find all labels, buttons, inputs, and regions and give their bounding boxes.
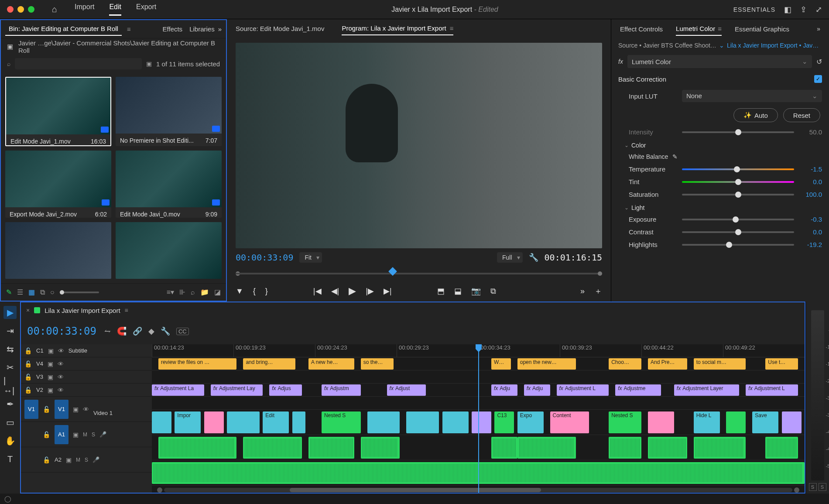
track-label-a2[interactable]: A2 xyxy=(55,456,62,463)
timeline-settings-icon[interactable]: 🔧 xyxy=(161,326,170,336)
color-subsection[interactable]: ⌄Color xyxy=(611,138,829,151)
video-clip[interactable]: Expo xyxy=(517,411,544,433)
panel-tabs-overflow-icon[interactable]: » xyxy=(218,25,222,33)
sync-lock-icon[interactable]: ▣ xyxy=(48,387,53,394)
tab-lumetri-color[interactable]: Lumetri Color≡ xyxy=(676,22,722,36)
video-clip[interactable]: Save xyxy=(752,411,778,433)
reset-button[interactable]: Reset xyxy=(783,108,820,122)
rectangle-tool-icon[interactable]: ▭ xyxy=(3,416,17,429)
scrub-end-dot[interactable] xyxy=(598,271,602,276)
input-lut-dropdown[interactable]: None⌄ xyxy=(682,90,822,102)
track-label-c1[interactable]: C1 xyxy=(36,347,44,354)
source-monitor-tab[interactable]: Source: Edit Mode Javi_1.mov xyxy=(236,22,324,35)
panel-tab-effects[interactable]: Effects xyxy=(159,23,186,35)
lock-icon[interactable]: 🔓 xyxy=(24,347,32,354)
workspace-tab-import[interactable]: Import xyxy=(75,3,94,16)
exposure-slider[interactable] xyxy=(682,219,794,220)
track-label-v3[interactable]: V3 xyxy=(36,374,43,380)
tint-value[interactable]: 0.0 xyxy=(799,178,822,185)
lock-icon[interactable]: 🔓 xyxy=(24,360,32,367)
solo-toggle[interactable]: S xyxy=(85,457,88,463)
clip-thumbnail[interactable] xyxy=(116,222,222,279)
step-back-icon[interactable]: ◀| xyxy=(331,286,339,296)
video-clip[interactable] xyxy=(442,411,469,433)
sync-lock-icon[interactable]: ▣ xyxy=(48,360,53,367)
transport-overflow-icon[interactable]: » xyxy=(580,287,585,296)
track-visibility-icon[interactable]: 👁 xyxy=(58,374,64,381)
clip-thumbnail[interactable] xyxy=(5,222,111,279)
workspace-label[interactable]: ESSENTIALS xyxy=(733,6,775,13)
saturation-slider[interactable] xyxy=(682,194,794,195)
home-icon[interactable]: ⌂ xyxy=(52,4,57,14)
lock-icon[interactable]: 🔓 xyxy=(43,431,50,438)
step-forward-icon[interactable]: |▶ xyxy=(366,286,374,296)
track-target-a1[interactable]: A1 xyxy=(55,425,69,444)
tint-slider[interactable] xyxy=(682,181,794,183)
tab-effect-controls[interactable]: Effect Controls xyxy=(620,23,663,35)
saturation-value[interactable]: 100.0 xyxy=(799,191,822,198)
caption-clip[interactable]: Choo… xyxy=(609,358,641,370)
adjustment-clip[interactable]: fxAdjust xyxy=(387,384,426,396)
adjustment-clip[interactable]: fxAdjustme xyxy=(615,384,661,396)
audio-clip[interactable] xyxy=(765,437,798,459)
mark-in-icon[interactable]: { xyxy=(253,287,256,296)
track-visibility-icon[interactable]: 👁 xyxy=(58,360,64,367)
nested-clip[interactable]: Nested S xyxy=(609,411,641,433)
highlights-slider[interactable] xyxy=(682,244,794,246)
program-tc-in[interactable]: 00:00:33:09 xyxy=(236,252,293,263)
workspace-layout-icon[interactable]: ◧ xyxy=(784,5,791,14)
lift-icon[interactable]: ⬒ xyxy=(437,286,445,296)
exposure-value[interactable]: -0.3 xyxy=(799,216,822,223)
caption-clip[interactable]: review the files on … xyxy=(158,358,237,370)
caption-clip[interactable]: open the new… xyxy=(517,358,576,370)
video-clip[interactable]: Content xyxy=(550,411,589,433)
linked-selection-icon[interactable]: 🔗 xyxy=(133,326,142,336)
video-clip[interactable] xyxy=(204,411,224,433)
lumetri-sequence-link[interactable]: Lila x Javier Import Export • Jav… xyxy=(727,42,819,49)
meter-solo-left[interactable]: S xyxy=(809,483,817,491)
caption-clip[interactable]: so the… xyxy=(361,358,394,370)
tab-essential-graphics[interactable]: Essential Graphics xyxy=(735,23,789,35)
lock-icon[interactable]: 🔓 xyxy=(43,456,50,463)
track-visibility-icon[interactable]: 👁 xyxy=(58,387,64,394)
track-visibility-icon[interactable]: 👁 xyxy=(83,406,89,413)
bin-back-icon[interactable]: ▣ xyxy=(7,43,13,51)
section-basic-correction[interactable]: Basic Correction xyxy=(618,75,666,83)
video-clip[interactable] xyxy=(367,411,400,433)
sort-icon[interactable]: ≡▾ xyxy=(167,288,174,296)
program-video-frame[interactable] xyxy=(236,43,602,248)
video-clip[interactable] xyxy=(292,411,305,433)
video-clip[interactable] xyxy=(648,411,674,433)
audio-clip[interactable] xyxy=(308,437,354,459)
timeline-playhead[interactable] xyxy=(478,344,479,493)
project-search-input[interactable] xyxy=(15,58,142,69)
hand-tool-icon[interactable]: ✋ xyxy=(3,434,17,447)
extract-icon[interactable]: ⬓ xyxy=(454,286,462,296)
reset-effect-icon[interactable]: ↺ xyxy=(816,58,822,66)
zoom-dropdown[interactable]: Full xyxy=(497,252,523,263)
caption-clip[interactable]: Use t… xyxy=(765,358,798,370)
program-monitor-tab[interactable]: Program: Lila x Javier Import Export≡ xyxy=(342,22,453,35)
lumetri-tabs-overflow-icon[interactable]: » xyxy=(817,25,820,32)
audio-clip[interactable] xyxy=(158,437,237,459)
fullscreen-icon[interactable]: ⤢ xyxy=(815,5,822,14)
mute-toggle[interactable]: M xyxy=(76,457,80,463)
track-target-v1[interactable]: V1 xyxy=(55,400,69,419)
highlights-value[interactable]: -19.2 xyxy=(799,241,822,248)
nested-clip[interactable]: Nested S xyxy=(322,411,361,433)
sequence-name[interactable]: Lila x Javier Import Export xyxy=(45,307,120,314)
video-clip[interactable] xyxy=(782,411,802,433)
solo-toggle[interactable]: S xyxy=(92,432,95,438)
lock-icon[interactable]: 🔓 xyxy=(43,406,50,413)
caption-clip[interactable]: And Pre… xyxy=(648,358,687,370)
nested-clip[interactable] xyxy=(726,411,746,433)
track-label-v2[interactable]: V2 xyxy=(36,387,43,393)
selection-tool-icon[interactable]: ▶ xyxy=(3,306,17,319)
slip-tool-icon[interactable]: |↔| xyxy=(3,379,17,392)
type-tool-icon[interactable]: T xyxy=(3,453,17,466)
snap-icon[interactable]: 🧲 xyxy=(117,326,127,336)
video-clip[interactable]: Hide L xyxy=(694,411,720,433)
adjustment-clip[interactable]: fxAdjustment La xyxy=(152,384,204,396)
icon-view-icon[interactable]: ▦ xyxy=(28,288,35,296)
caption-clip[interactable]: A new he… xyxy=(308,358,354,370)
